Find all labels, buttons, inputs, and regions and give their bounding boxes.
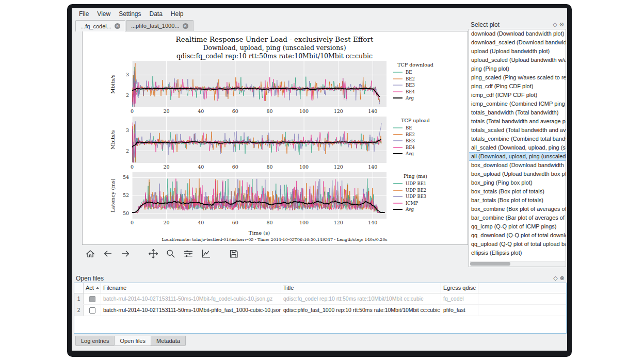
x-tick-label: 20 [160, 164, 173, 170]
plot-list-item[interactable]: qq_download (Q-Q plot of total download … [469, 231, 566, 240]
open-file-row[interactable]: 1batch-rrul-2014-10-02T153111-50ms-10Mbi… [74, 293, 566, 305]
x-tick-label: 80 [263, 108, 276, 114]
x-tick-label: 120 [332, 164, 345, 170]
header-filler [478, 283, 566, 293]
plot-list-item[interactable]: totals_combine (Combined total bandwidth… [469, 135, 566, 143]
plot-list-item[interactable]: qq_upload (Q-Q plot of total upload band… [469, 240, 566, 249]
bottom-tab-metadata[interactable]: Metadata [151, 336, 186, 346]
menu-item-file[interactable]: File [75, 9, 93, 19]
float-dock-icon[interactable]: ◇ [553, 275, 557, 282]
plot-list-item[interactable]: ping_cdf (Ping CDF plot) [469, 82, 566, 91]
plot-list-item[interactable]: download_scaled (Download bandwidth w/ax… [469, 38, 566, 47]
x-tick-label: 0 [125, 108, 139, 114]
customize-plot-button[interactable] [199, 246, 213, 261]
plot-list-item[interactable]: box_ping (Ping box plot) [469, 178, 566, 187]
zoom-button[interactable] [164, 246, 178, 261]
column-header-act[interactable]: Act [84, 283, 101, 293]
bottom-tab-open-files[interactable]: Open files [114, 336, 151, 346]
column-header-egress-qdisc[interactable]: Egress qdisc [441, 283, 478, 293]
active-checkbox[interactable] [89, 296, 95, 302]
subplot-2[interactable] [132, 117, 387, 163]
menu-item-settings[interactable]: Settings [115, 9, 145, 19]
x-tick-label: 60 [229, 164, 242, 170]
menu-item-data[interactable]: Data [146, 9, 167, 19]
legend-entry: BE4 [393, 144, 460, 151]
x-axis-label: Time (s) [132, 230, 387, 236]
plot-list-item[interactable]: upload (Upload bandwidth plot) [469, 47, 566, 56]
plot-list-item[interactable]: all_scaled (Download, upload, ping (scal… [469, 143, 566, 152]
active-checkbox[interactable] [89, 307, 95, 314]
plot-list-item[interactable]: qq_icmp (Q-Q plot of ICMP pings) [469, 222, 566, 231]
line-chart-icon [200, 248, 212, 259]
x-tick-label: 140 [366, 108, 379, 114]
row-number-header [74, 283, 84, 293]
matplotlib-toolbar [83, 246, 241, 261]
select-plot-dock: Select plot ◇ ⊗ download (Download bandw… [469, 21, 566, 267]
plot-list-item[interactable]: box_download (Download bandwidth box plo… [469, 161, 566, 170]
files-table-body: 1batch-rrul-2014-10-02T153111-50ms-10Mbi… [74, 293, 566, 316]
plot-list-item[interactable]: upload_scaled (Upload bandwidth w/axes s… [469, 56, 566, 64]
save-button[interactable] [227, 246, 241, 261]
legend-entry: UDP BE1 [393, 180, 460, 187]
plot-tab-bar: ...fq_codel...×...pfifo_fast_1000...× [75, 20, 194, 31]
menu-item-view[interactable]: View [93, 9, 115, 19]
scrollbar-handle[interactable] [470, 262, 510, 266]
home-icon [85, 248, 96, 259]
pan-button[interactable] [146, 246, 160, 261]
cell-act [84, 305, 101, 316]
bottom-tab-log-entries[interactable]: Log entries [75, 336, 115, 346]
plot-list-item[interactable]: totals_bandwidth (Total bandwidth) [469, 108, 566, 117]
cell-title: qdisc:pfifo_fast_1000 rep:10 rtt:50ms ra… [281, 305, 441, 316]
toolbar-separator [216, 248, 223, 260]
plot-canvas[interactable]: Realtime Response Under Load - exclusive… [82, 31, 468, 245]
float-dock-icon[interactable]: ◇ [553, 22, 557, 28]
column-header-filename[interactable]: Filename [101, 283, 281, 293]
legend-entry: Avg [393, 206, 460, 213]
close-dock-icon[interactable]: ⊗ [560, 275, 565, 282]
horizontal-scrollbar[interactable] [470, 261, 565, 267]
document-tab[interactable]: ...pfifo_fast_1000...× [126, 20, 194, 31]
select-plot-dock-header: Select plot ◇ ⊗ [469, 21, 566, 28]
plot-list-item[interactable]: totals_scaled (Total bandwidth and avera… [469, 126, 566, 135]
x-tick-label: 40 [194, 108, 207, 114]
plot-list-item[interactable]: box_upload (Upload bandwidth box plot) [469, 170, 566, 178]
sort-ascending-icon [96, 287, 99, 289]
plot-list-item[interactable]: totals (Total bandwidth and average ping… [469, 117, 566, 126]
legend: TCP uploadBEBE2BE3BE4Avg [393, 118, 460, 157]
document-tab[interactable]: ...fq_codel...× [75, 20, 125, 31]
back-button[interactable] [101, 246, 115, 261]
subplot-1[interactable] [132, 61, 387, 107]
close-dock-icon[interactable]: ⊗ [559, 22, 564, 28]
open-file-row[interactable]: 2batch-rrul-2014-10-02T153111-50ms-10Mbi… [74, 305, 566, 316]
plot-list-item[interactable]: box_totals (Box plot of totals) [469, 187, 566, 196]
pan-move-icon [148, 248, 159, 259]
configure-subplots-button[interactable] [181, 246, 196, 261]
column-header-title[interactable]: Title [281, 283, 441, 293]
plot-list-item[interactable]: download (Download bandwidth plot) [469, 29, 566, 38]
plot-list-item[interactable]: bar_totals (Box plot of totals) [469, 196, 566, 205]
tab-close-icon[interactable]: × [115, 23, 120, 29]
cell-filler [478, 305, 566, 316]
home-button[interactable] [83, 246, 98, 261]
x-tick-label: 20 [160, 108, 173, 114]
plot-list-item[interactable]: ellipsis (Ellipsis plot) [469, 249, 566, 257]
plot-list-item[interactable]: all (Download, upload, ping (unscaled ve… [469, 152, 566, 161]
tab-close-icon[interactable]: × [183, 23, 188, 29]
x-tick-label: 120 [332, 108, 345, 114]
cell-filename: batch-rrul-2014-10-02T153111-50ms-10Mbit… [101, 305, 281, 316]
plot-list-item[interactable]: bar_combine (Bar plot of averages of sev… [469, 213, 566, 222]
select-plot-title: Select plot [471, 21, 500, 28]
plot-list-item[interactable]: ping (Ping plot) [469, 64, 566, 73]
legend-entry: ICMP [393, 200, 460, 207]
plot-list-item[interactable]: icmp_combine (Combined ICMP ping plots) [469, 100, 566, 108]
plot-list-item[interactable]: ping_scaled (Ping w/axes scaled to remov… [469, 73, 566, 82]
cell-filler [478, 293, 566, 304]
legend-entry: BE2 [393, 76, 460, 83]
plot-list-item[interactable]: icmp_cdf (ICMP CDF plot) [469, 91, 566, 100]
forward-button[interactable] [118, 246, 133, 261]
open-files-panel: ActFilenameTitleEgress qdisc 1batch-rrul… [74, 283, 567, 334]
menu-item-help[interactable]: Help [167, 9, 188, 19]
subplot-3[interactable] [132, 172, 387, 219]
plot-list-item[interactable]: box_combine (Box plot of averages of sev… [469, 205, 566, 213]
legend-title: Ping (ms) [393, 173, 438, 179]
